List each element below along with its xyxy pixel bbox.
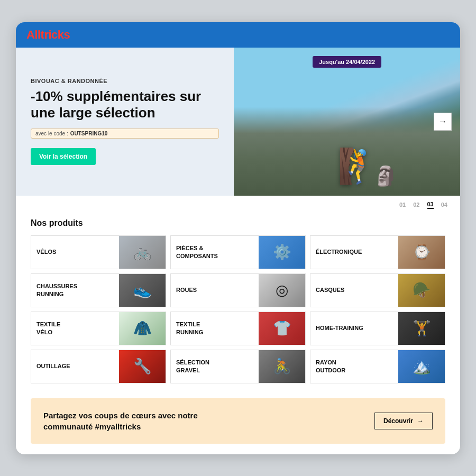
products-section: Nos produits VÉLOS🚲PIÈCES & COMPOSANTS⚙️… — [16, 214, 460, 394]
product-icon-casques: 🪖 — [398, 273, 445, 307]
product-card-pieces[interactable]: PIÈCES & COMPOSANTS⚙️ — [170, 235, 306, 269]
product-icon-pieces: ⚙️ — [259, 235, 305, 269]
community-text: Partagez vos coups de cœurs avec notre c… — [43, 410, 202, 432]
product-thumb-pieces: ⚙️ — [259, 235, 305, 269]
community-arrow-icon: → — [417, 417, 424, 425]
product-thumb-textile-running: 👕 — [259, 312, 305, 345]
product-label-textile-running: TEXTILE RUNNING — [171, 316, 259, 340]
slider-dot-4[interactable]: 04 — [441, 202, 447, 208]
hero-category: BIVOUAC & RANDONNÉE — [31, 78, 219, 84]
product-thumb-casques: 🪖 — [398, 273, 445, 307]
product-card-selection[interactable]: SÉLECTION GRAVEL🚴 — [170, 350, 306, 383]
logo[interactable]: Alltricks — [26, 28, 70, 42]
product-label-casques: CASQUES — [310, 282, 398, 298]
hero-banner: BIVOUAC & RANDONNÉE -10% supplémentaires… — [16, 48, 460, 196]
hero-person: 🧗 — [337, 147, 380, 186]
hero-title: -10% supplémentaires sur une large sélec… — [31, 88, 219, 121]
product-card-textile-velo[interactable]: TEXTILE VÉLO🧥 — [31, 312, 166, 345]
logo-text: Alltricks — [26, 28, 70, 41]
section-title: Nos produits — [31, 218, 445, 228]
product-label-electronique: ÉLECTRONIQUE — [310, 244, 398, 260]
hero-next-button[interactable]: → — [434, 113, 452, 131]
product-thumb-outillage: 🔧 — [119, 350, 166, 383]
product-card-electronique[interactable]: ÉLECTRONIQUE⌚ — [310, 235, 445, 269]
product-label-home-training: HOME-TRAINING — [310, 320, 398, 336]
product-icon-outillage: 🔧 — [119, 350, 166, 383]
hero-image: 🧗 🗿 Jusqu'au 24/04/2022 → — [234, 48, 460, 196]
hero-cairn: 🗿 — [374, 165, 398, 187]
product-icon-textile-running: 👕 — [259, 312, 305, 345]
product-icon-chaussures: 👟 — [119, 273, 166, 307]
product-thumb-selection: 🚴 — [259, 350, 305, 383]
slider-dots: 01 02 03 04 — [16, 196, 460, 214]
product-card-outillage[interactable]: OUTILLAGE🔧 — [31, 350, 166, 383]
product-thumb-roues: ◎ — [259, 273, 305, 307]
product-label-velos: VÉLOS — [31, 244, 119, 260]
product-label-textile-velo: TEXTILE VÉLO — [31, 316, 119, 340]
product-card-casques[interactable]: CASQUES🪖 — [310, 273, 445, 307]
product-icon-velos: 🚲 — [119, 235, 166, 269]
promo-badge: avec le code : OUTSPRING10 — [31, 129, 219, 139]
product-icon-textile-velo: 🧥 — [119, 312, 166, 345]
product-icon-outdoor: 🏔️ — [398, 350, 445, 383]
product-label-outdoor: RAYON OUTDOOR — [310, 354, 398, 378]
date-badge: Jusqu'au 24/04/2022 — [313, 56, 381, 68]
header: Alltricks — [16, 22, 460, 48]
community-btn-label: Découvrir — [383, 417, 413, 425]
product-thumb-electronique: ⌚ — [398, 235, 445, 269]
product-thumb-outdoor: 🏔️ — [398, 350, 445, 383]
product-card-home-training[interactable]: HOME-TRAINING🏋️ — [310, 312, 445, 345]
product-icon-home-training: 🏋️ — [398, 312, 445, 345]
community-banner: Partagez vos coups de cœurs avec notre c… — [31, 398, 445, 444]
product-card-chaussures[interactable]: CHAUSSURES RUNNING👟 — [31, 273, 166, 307]
product-label-roues: ROUES — [171, 282, 259, 298]
promo-code: OUTSPRING10 — [70, 131, 108, 136]
product-label-pieces: PIÈCES & COMPOSANTS — [171, 240, 259, 264]
slider-dot-2[interactable]: 02 — [413, 202, 419, 208]
hero-left: BIVOUAC & RANDONNÉE -10% supplémentaires… — [16, 48, 234, 196]
product-card-velos[interactable]: VÉLOS🚲 — [31, 235, 166, 269]
slider-dot-1[interactable]: 01 — [399, 202, 406, 208]
browser-window: Alltricks BIVOUAC & RANDONNÉE -10% suppl… — [16, 22, 460, 454]
product-card-roues[interactable]: ROUES◎ — [170, 273, 306, 307]
slider-dot-3[interactable]: 03 — [427, 201, 434, 209]
product-label-outillage: OUTILLAGE — [31, 358, 119, 374]
product-label-selection: SÉLECTION GRAVEL — [171, 354, 259, 378]
product-icon-selection: 🚴 — [259, 350, 305, 383]
community-discover-button[interactable]: Découvrir → — [374, 413, 433, 429]
hero-cta-button[interactable]: Voir la sélection — [31, 148, 96, 165]
arrow-right-icon: → — [438, 117, 447, 126]
product-icon-roues: ◎ — [259, 273, 305, 307]
product-card-textile-running[interactable]: TEXTILE RUNNING👕 — [170, 312, 306, 345]
product-label-chaussures: CHAUSSURES RUNNING — [31, 278, 119, 302]
product-thumb-textile-velo: 🧥 — [119, 312, 166, 345]
product-icon-electronique: ⌚ — [398, 235, 445, 269]
promo-prefix: avec le code : — [35, 131, 68, 136]
products-grid: VÉLOS🚲PIÈCES & COMPOSANTS⚙️ÉLECTRONIQUE⌚… — [31, 235, 445, 383]
product-thumb-home-training: 🏋️ — [398, 312, 445, 345]
product-thumb-velos: 🚲 — [119, 235, 166, 269]
product-thumb-chaussures: 👟 — [119, 273, 166, 307]
product-card-outdoor[interactable]: RAYON OUTDOOR🏔️ — [310, 350, 445, 383]
